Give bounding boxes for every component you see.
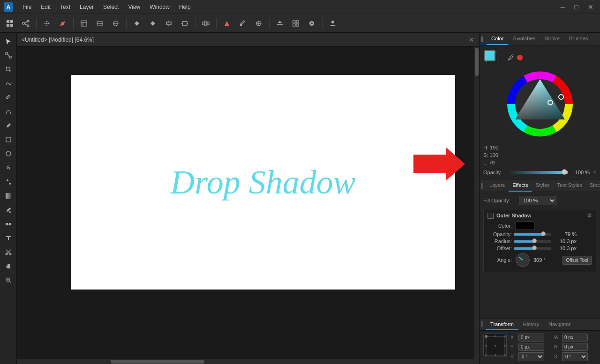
canvas-viewport[interactable]: Drop Shadow bbox=[17, 47, 479, 364]
color-swatch-group[interactable] bbox=[483, 49, 502, 66]
tool-ellipse[interactable] bbox=[2, 147, 15, 160]
scrollbar-vertical[interactable] bbox=[474, 47, 479, 364]
close-button[interactable]: ✕ bbox=[585, 2, 596, 12]
opacity-slider[interactable] bbox=[507, 171, 568, 174]
tab-brushes[interactable]: Brushes bbox=[564, 33, 592, 45]
toolbar-btn-grid[interactable] bbox=[3, 17, 17, 30]
toolbar-btn-user[interactable] bbox=[326, 17, 340, 30]
transform-w-input[interactable] bbox=[562, 334, 588, 342]
toolbar-btn-t2[interactable] bbox=[93, 17, 107, 30]
tool-scissors[interactable] bbox=[2, 245, 15, 259]
transform-x-input[interactable] bbox=[518, 334, 544, 342]
shadow-offset-slider[interactable] bbox=[514, 247, 551, 250]
menu-layer[interactable]: Layer bbox=[78, 3, 96, 11]
tab-transform[interactable]: Transform bbox=[486, 319, 518, 330]
color-wheel-svg[interactable] bbox=[505, 69, 575, 139]
toolbar-btn-pen[interactable] bbox=[236, 17, 250, 30]
toolbar-btn-snap[interactable] bbox=[252, 17, 266, 30]
svg-point-71 bbox=[504, 335, 506, 337]
maximize-button[interactable]: □ bbox=[572, 2, 581, 12]
tool-spiral[interactable] bbox=[2, 161, 15, 174]
tool-crop[interactable] bbox=[2, 63, 15, 76]
menu-select[interactable]: Select bbox=[101, 3, 120, 11]
shadow-angle-dial[interactable] bbox=[516, 253, 530, 267]
shadow-radius-slider[interactable] bbox=[514, 240, 551, 243]
tab-text-styles[interactable]: Text Styles bbox=[554, 179, 586, 192]
canvas-tab-close[interactable]: ✕ bbox=[469, 36, 474, 44]
shadow-opacity-slider[interactable] bbox=[514, 233, 551, 236]
tab-styles[interactable]: Styles bbox=[532, 179, 554, 192]
transform-y-input[interactable] bbox=[518, 343, 544, 351]
tool-pen[interactable] bbox=[2, 91, 15, 104]
toolbar-btn-share[interactable] bbox=[19, 17, 33, 30]
toolbar-btn-pixel[interactable] bbox=[305, 17, 319, 30]
opacity-dropdown-icon[interactable]: ▾ bbox=[593, 169, 596, 175]
svg-line-44 bbox=[8, 53, 9, 57]
shadow-color-swatch[interactable] bbox=[516, 222, 534, 230]
tab-stroke[interactable]: Stroke bbox=[540, 33, 564, 45]
toolbar-btn-move[interactable] bbox=[40, 17, 54, 30]
tab-history[interactable]: History bbox=[518, 319, 544, 330]
tool-zoom[interactable] bbox=[2, 274, 15, 287]
tool-text[interactable] bbox=[2, 231, 15, 245]
scrollbar-thumb-horizontal[interactable] bbox=[111, 360, 204, 364]
menu-help[interactable]: Help bbox=[177, 3, 193, 11]
toolbar-btn-export[interactable] bbox=[273, 17, 287, 30]
tool-shape[interactable] bbox=[2, 133, 15, 146]
tool-blend[interactable] bbox=[2, 217, 15, 230]
tab-navigator[interactable]: Navigator bbox=[544, 319, 575, 330]
tab-effects[interactable]: Effects bbox=[509, 179, 532, 192]
outer-shadow-settings-icon[interactable]: ⚙ bbox=[587, 212, 592, 219]
toolbar-btn-path[interactable] bbox=[220, 17, 234, 30]
opacity-slider-handle[interactable] bbox=[562, 169, 567, 175]
tool-bezier[interactable] bbox=[2, 105, 15, 118]
menu-file[interactable]: File bbox=[21, 3, 33, 11]
toolbar-btn-t3[interactable] bbox=[109, 17, 123, 30]
offset-tool-button[interactable]: Offset Tool bbox=[562, 256, 592, 265]
toolbar-btn-align1[interactable] bbox=[130, 17, 144, 30]
menu-edit[interactable]: Edit bbox=[39, 3, 52, 11]
tool-select[interactable] bbox=[2, 35, 15, 48]
toolbar-btn-dist[interactable] bbox=[199, 17, 213, 30]
tab-color[interactable]: Color bbox=[487, 33, 508, 45]
color-wheel-container[interactable] bbox=[483, 69, 596, 139]
eyedropper-icon[interactable]: 🖉 bbox=[508, 54, 514, 61]
shadow-offset-handle[interactable] bbox=[532, 245, 537, 250]
toolbar-btn-t1[interactable] bbox=[77, 17, 91, 30]
outer-shadow-checkbox[interactable] bbox=[488, 213, 494, 219]
tool-node[interactable] bbox=[2, 49, 15, 62]
tab-swatches[interactable]: Swatches bbox=[508, 33, 540, 45]
tool-hand[interactable] bbox=[2, 260, 15, 273]
toolbar-btn-align3[interactable] bbox=[162, 17, 176, 30]
fill-opacity-select[interactable]: 100 % 75 % 50 % 25 % bbox=[519, 196, 556, 205]
tab-stock[interactable]: Stock bbox=[586, 179, 600, 192]
shadow-radius-handle[interactable] bbox=[532, 238, 537, 243]
toolbar-btn-persona[interactable] bbox=[289, 17, 303, 30]
menu-view[interactable]: View bbox=[126, 3, 142, 11]
minimize-button[interactable]: ─ bbox=[558, 2, 568, 12]
tool-gradient[interactable] bbox=[2, 189, 15, 202]
tool-bucket[interactable] bbox=[2, 175, 15, 188]
menu-text[interactable]: Text bbox=[58, 3, 72, 11]
transform-s-select[interactable]: 0 ° bbox=[562, 352, 588, 361]
toolbar-btn-align4[interactable] bbox=[178, 17, 192, 30]
panel-more-icon[interactable]: ≡ bbox=[593, 33, 600, 45]
scrollbar-thumb-vertical[interactable] bbox=[475, 48, 479, 76]
tab-layers[interactable]: Layers bbox=[486, 179, 509, 192]
scrollbar-horizontal[interactable] bbox=[17, 359, 474, 364]
tool-pencil[interactable] bbox=[2, 119, 15, 132]
color-swatch-foreground[interactable] bbox=[484, 50, 495, 61]
color-wheel-wrapper[interactable] bbox=[505, 69, 575, 139]
opacity-label: Opacity bbox=[483, 170, 504, 175]
tool-paint[interactable] bbox=[2, 203, 15, 216]
transform-r-select[interactable]: 0 ° bbox=[518, 352, 544, 361]
color-reset-button[interactable] bbox=[517, 55, 523, 60]
svg-rect-36 bbox=[296, 21, 299, 23]
tool-freehand[interactable] bbox=[2, 77, 15, 90]
shadow-opacity-handle[interactable] bbox=[541, 231, 546, 236]
toolbar-btn-draw[interactable] bbox=[56, 17, 70, 30]
toolbar-btn-align2[interactable] bbox=[146, 17, 160, 30]
menu-window[interactable]: Window bbox=[148, 3, 172, 11]
transform-h-input[interactable] bbox=[562, 343, 588, 351]
shadow-radius-label: Radius: bbox=[488, 238, 512, 244]
